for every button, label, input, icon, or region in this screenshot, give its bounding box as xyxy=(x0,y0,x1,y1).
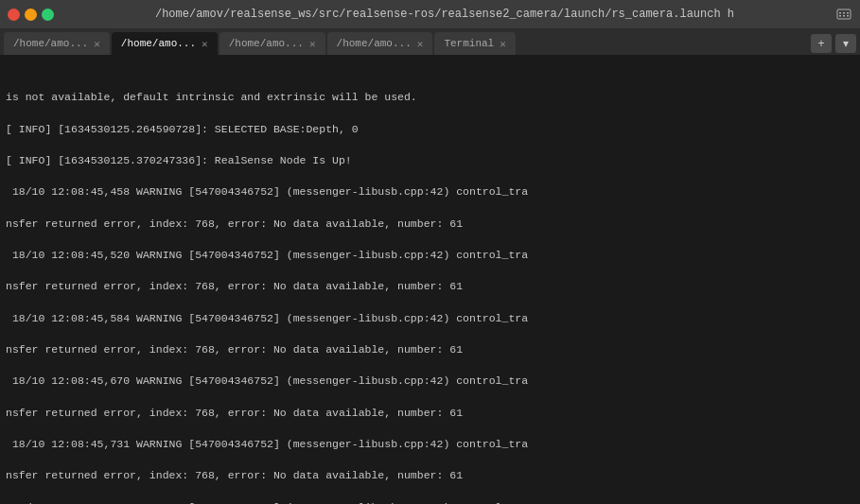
maximize-button[interactable] xyxy=(42,9,54,21)
tab-2[interactable]: /home/amo... ✕ xyxy=(112,32,218,55)
tab-1[interactable]: /home/amo... ✕ xyxy=(4,32,110,55)
svg-rect-3 xyxy=(847,12,849,14)
titlebar: /home/amov/realsense_ws/src/realsense-ro… xyxy=(0,0,860,28)
keyboard-icon xyxy=(835,6,852,23)
terminal-line-6: nsfer returned error, index: 768, error:… xyxy=(6,279,854,295)
svg-rect-4 xyxy=(839,15,841,17)
tabbar-actions: + ▾ xyxy=(811,34,856,55)
tab-3-close[interactable]: ✕ xyxy=(309,38,316,50)
terminal-output[interactable]: is not available, default intrinsic and … xyxy=(0,55,860,504)
tab-1-label: /home/amo... xyxy=(13,38,88,49)
terminal-line-1: [ INFO] [1634530125.264590728]: SELECTED… xyxy=(6,122,854,138)
terminal-line-2: [ INFO] [1634530125.370247336]: RealSens… xyxy=(6,153,854,169)
terminal-line-7: 18/10 12:08:45,584 WARNING [547004346752… xyxy=(6,311,854,327)
window-controls xyxy=(8,9,54,21)
new-tab-button[interactable]: + xyxy=(811,34,832,53)
titlebar-title: /home/amov/realsense_ws/src/realsense-ro… xyxy=(60,8,830,21)
svg-rect-6 xyxy=(847,15,849,17)
tab-2-label: /home/amo... xyxy=(121,38,196,49)
tab-1-close[interactable]: ✕ xyxy=(94,38,100,50)
tab-4-close[interactable]: ✕ xyxy=(417,38,424,50)
svg-rect-1 xyxy=(839,12,841,14)
tab-3[interactable]: /home/amo... ✕ xyxy=(219,32,325,55)
svg-rect-5 xyxy=(843,15,845,17)
svg-rect-0 xyxy=(837,9,851,19)
terminal-line-12: nsfer returned error, index: 768, error:… xyxy=(6,468,854,484)
tab-4[interactable]: /home/amo... ✕ xyxy=(327,32,433,55)
tab-2-close[interactable]: ✕ xyxy=(202,38,208,50)
terminal-line-11: 18/10 12:08:45,731 WARNING [547004346752… xyxy=(6,437,854,453)
terminal-line-9: 18/10 12:08:45,670 WARNING [547004346752… xyxy=(6,374,854,390)
scroll-down-button[interactable]: ▾ xyxy=(835,34,856,53)
tabbar: /home/amo... ✕ /home/amo... ✕ /home/amo.… xyxy=(0,28,860,55)
terminal-line-0: is not available, default intrinsic and … xyxy=(6,90,854,106)
tab-4-label: /home/amo... xyxy=(337,38,412,49)
terminal-window: /home/amov/realsense_ws/src/realsense-ro… xyxy=(0,0,860,504)
terminal-line-5: 18/10 12:08:45,520 WARNING [547004346752… xyxy=(6,248,854,264)
terminal-line-3: 18/10 12:08:45,458 WARNING [547004346752… xyxy=(6,184,854,200)
terminal-line-4: nsfer returned error, index: 768, error:… xyxy=(6,217,854,233)
terminal-line-13: 18/10 12:08:45,827 WARNING [547004346752… xyxy=(6,500,854,504)
close-button[interactable] xyxy=(8,9,20,21)
tab-5-close[interactable]: ✕ xyxy=(500,38,506,50)
svg-rect-2 xyxy=(843,12,845,14)
tab-5-label: Terminal xyxy=(444,38,494,49)
tab-5[interactable]: Terminal ✕ xyxy=(434,32,515,55)
tab-3-label: /home/amo... xyxy=(229,38,304,49)
terminal-line-10: nsfer returned error, index: 768, error:… xyxy=(6,406,854,422)
terminal-line-8: nsfer returned error, index: 768, error:… xyxy=(6,342,854,358)
minimize-button[interactable] xyxy=(25,9,37,21)
